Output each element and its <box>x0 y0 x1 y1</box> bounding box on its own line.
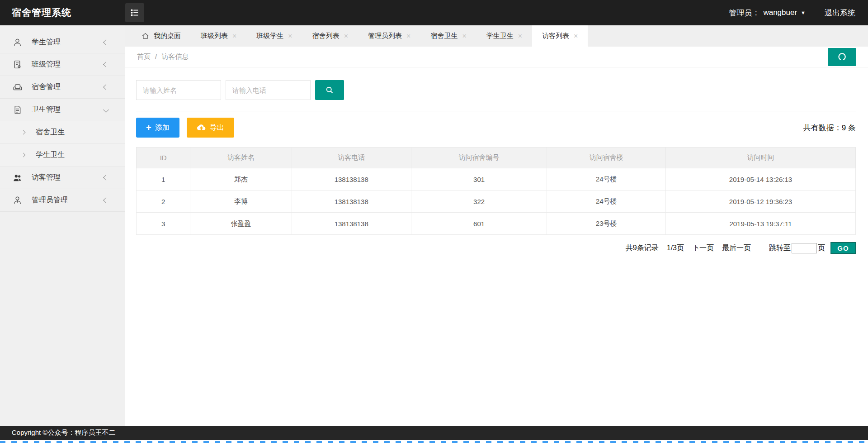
sidebar: 学生管理 班级管理 宿舍管理 <box>0 25 125 426</box>
cell-building: 23号楼 <box>547 213 666 235</box>
tab-label: 宿舍卫生 <box>430 32 458 40</box>
tab-label: 我的桌面 <box>154 32 181 40</box>
go-button[interactable]: GO <box>830 242 856 254</box>
search-row <box>136 80 856 100</box>
sidebar-item-hygiene-mgmt[interactable]: 卫生管理 <box>0 99 125 121</box>
sidebar-item-label: 班级管理 <box>32 60 104 69</box>
dorm-icon <box>13 82 23 92</box>
cell-id: 1 <box>137 168 190 191</box>
pagination-next[interactable]: 下一页 <box>692 243 714 253</box>
export-button-label: 导出 <box>210 123 224 133</box>
cell-id: 2 <box>137 191 190 213</box>
jump-page-input[interactable] <box>792 243 817 253</box>
total-count-unit: 条 <box>848 124 856 132</box>
sidebar-item-dorm-mgmt[interactable]: 宿舍管理 <box>0 76 125 99</box>
close-icon[interactable]: × <box>406 33 410 40</box>
export-button[interactable]: 导出 <box>187 118 234 138</box>
cell-time: 2019-05-14 13:26:13 <box>665 168 855 191</box>
table-header-row: ID 访客姓名 访客电话 访问宿舍编号 访问宿舍楼 访问时间 <box>137 148 856 168</box>
toolbar: + 添加 导出 共有数据：9 条 <box>136 118 856 138</box>
sidebar-toggle-button[interactable] <box>125 3 144 22</box>
tab-dorm-hygiene[interactable]: 宿舍卫生 × <box>420 25 476 47</box>
chevron-left-icon <box>103 62 109 67</box>
close-icon[interactable]: × <box>288 33 292 40</box>
sidebar-subitem-label: 宿舍卫生 <box>36 128 65 137</box>
col-header-phone: 访客电话 <box>292 148 411 168</box>
tab-label: 学生卫生 <box>486 32 514 40</box>
cell-phone: 138138138 <box>292 168 411 191</box>
chevron-left-icon <box>103 175 109 181</box>
bottom-dashed-border <box>0 440 868 443</box>
add-button[interactable]: + 添加 <box>136 118 179 138</box>
plus-icon: + <box>146 123 151 132</box>
cell-phone: 138138138 <box>292 191 411 213</box>
admin-icon <box>13 195 23 205</box>
sidebar-subitem-student-hygiene[interactable]: 学生卫生 <box>0 144 125 167</box>
pagination-last[interactable]: 最后一页 <box>722 243 751 253</box>
cell-id: 3 <box>137 213 190 235</box>
cloud-export-icon <box>197 123 206 133</box>
close-icon[interactable]: × <box>232 33 236 40</box>
top-bar: 宿舍管理系统 管理员：wangbuer ▼ 退出系统 <box>0 0 868 25</box>
sidebar-subitem-dorm-hygiene[interactable]: 宿舍卫生 <box>0 121 125 144</box>
tab-class-list[interactable]: 班级列表 × <box>191 25 246 47</box>
sidebar-subitem-label: 学生卫生 <box>36 150 65 160</box>
pagination: 共9条记录 1/3页 下一页 最后一页 跳转至 页 GO <box>136 242 856 254</box>
cell-name: 郑杰 <box>190 168 292 191</box>
admin-user-menu[interactable]: 管理员：wangbuer ▼ <box>729 8 806 18</box>
cell-building: 24号楼 <box>547 191 666 213</box>
sidebar-item-student-mgmt[interactable]: 学生管理 <box>0 31 125 53</box>
cell-phone: 138138138 <box>292 213 411 235</box>
footer: Copyright ©公众号：程序员王不二 <box>0 426 868 440</box>
tab-home[interactable]: 我的桌面 <box>132 25 191 47</box>
copyright-text: Copyright ©公众号：程序员王不二 <box>12 429 115 437</box>
close-icon[interactable]: × <box>344 33 348 40</box>
tab-label: 管理员列表 <box>368 32 402 40</box>
tab-admin-list[interactable]: 管理员列表 × <box>358 25 420 47</box>
logout-button[interactable]: 退出系统 <box>825 8 855 18</box>
total-count: 共有数据：9 条 <box>803 123 856 133</box>
visitor-phone-input[interactable] <box>226 80 311 100</box>
cell-room: 301 <box>411 168 547 191</box>
add-button-label: 添加 <box>155 123 170 133</box>
tab-student-hygiene[interactable]: 学生卫生 × <box>476 25 532 47</box>
page-body: + 添加 导出 共有数据：9 条 <box>125 67 868 426</box>
visitor-table: ID 访客姓名 访客电话 访问宿舍编号 访问宿舍楼 访问时间 1 郑杰 1381… <box>136 147 856 235</box>
tab-dorm-list[interactable]: 宿舍列表 × <box>302 25 358 47</box>
breadcrumb-home[interactable]: 首页 <box>137 52 151 61</box>
col-header-room: 访问宿舍编号 <box>411 148 547 168</box>
chevron-down-icon: ▼ <box>801 10 806 15</box>
sidebar-item-visitor-mgmt[interactable]: 访客管理 <box>0 167 125 189</box>
content-area: 我的桌面 班级列表 × 班级学生 × 宿舍列表 × 管理员列表 × 宿舍卫生 × <box>125 25 868 426</box>
tab-label: 宿舍列表 <box>312 32 340 40</box>
sidebar-item-label: 访客管理 <box>32 173 104 182</box>
col-header-building: 访问宿舍楼 <box>547 148 666 168</box>
section-divider <box>136 111 856 111</box>
chevron-right-icon <box>21 130 26 135</box>
tab-class-students[interactable]: 班级学生 × <box>246 25 302 47</box>
sidebar-item-label: 宿舍管理 <box>32 82 104 92</box>
tab-visitor-list[interactable]: 访客列表 × <box>532 25 588 47</box>
sidebar-item-admin-mgmt[interactable]: 管理员管理 <box>0 189 125 212</box>
cell-room: 601 <box>411 213 547 235</box>
close-icon[interactable]: × <box>518 33 522 40</box>
total-count-label: 共有数据： <box>803 124 842 132</box>
pagination-page-indicator: 1/3页 <box>667 243 684 253</box>
cell-room: 322 <box>411 191 547 213</box>
close-icon[interactable]: × <box>574 33 578 40</box>
search-icon <box>325 86 334 95</box>
sidebar-item-class-mgmt[interactable]: 班级管理 <box>0 53 125 76</box>
breadcrumb: 首页 / 访客信息 <box>137 52 189 61</box>
refresh-button[interactable] <box>828 48 856 66</box>
tab-strip: 我的桌面 班级列表 × 班级学生 × 宿舍列表 × 管理员列表 × 宿舍卫生 × <box>125 25 868 47</box>
chevron-down-icon <box>103 107 109 113</box>
table-row: 3 张盈盈 138138138 601 23号楼 2019-05-13 19:3… <box>137 213 856 235</box>
app-title: 宿舍管理系统 <box>0 6 125 19</box>
cell-name: 张盈盈 <box>190 213 292 235</box>
search-button[interactable] <box>315 80 344 100</box>
breadcrumb-current: 访客信息 <box>161 52 189 61</box>
close-icon[interactable]: × <box>462 33 466 40</box>
visitor-name-input[interactable] <box>136 80 221 100</box>
pagination-total: 共9条记录 <box>626 243 659 253</box>
jump-label: 跳转至 <box>769 243 791 253</box>
